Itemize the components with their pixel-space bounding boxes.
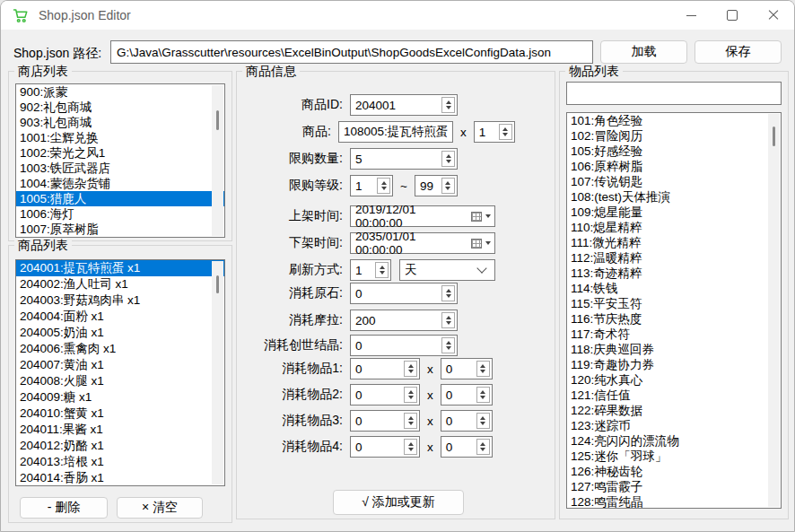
spinner-up-icon[interactable] [446, 289, 451, 292]
spinner-buttons[interactable] [441, 151, 455, 167]
list-item[interactable]: 102:冒险阅历 [567, 128, 781, 144]
spinner-buttons[interactable] [499, 124, 512, 140]
spinner-up-icon[interactable] [446, 316, 451, 319]
list-item[interactable]: 1004:蒙德杂货铺 [16, 176, 224, 191]
list-item[interactable]: 204011:果酱 x1 [16, 422, 224, 438]
spinner-down-icon[interactable] [446, 160, 451, 163]
shop-listbox[interactable]: 900:派蒙902:礼包商城903:礼包商城1001:尘辉兑换1002:荣光之风… [15, 83, 225, 238]
list-item[interactable]: 110:熄星精粹 [567, 220, 781, 235]
spinner-down-icon[interactable] [446, 294, 451, 298]
spinner-buttons[interactable] [404, 387, 417, 403]
list-item[interactable]: 1001:尘辉兑换 [16, 130, 224, 145]
item-listbox[interactable]: 101:角色经验102:冒险阅历105:好感经验106:原粹树脂107:传说钥匙… [566, 112, 782, 509]
minimize-button[interactable] [670, 1, 712, 30]
scrollbar[interactable] [212, 261, 223, 484]
cost-item1-id-spinner[interactable]: 0 [350, 358, 420, 379]
list-item[interactable]: 1003:铁匠武器店 [16, 161, 224, 176]
list-item[interactable]: 204010:蟹黄 x1 [16, 406, 224, 422]
spinner-down-icon[interactable] [408, 422, 414, 425]
spinner-down-icon[interactable] [480, 370, 485, 373]
close-button[interactable] [753, 1, 794, 30]
list-item[interactable]: 204003:野菇鸡肉串 x1 [16, 292, 224, 309]
list-item[interactable]: 105:好感经验 [567, 144, 781, 159]
spinner-buttons[interactable] [441, 312, 455, 328]
spinner-up-icon[interactable] [408, 390, 414, 394]
spinner-down-icon[interactable] [480, 396, 485, 399]
spinner-up-icon[interactable] [502, 127, 508, 131]
list-item[interactable]: 108:(test)天体推演 [567, 189, 781, 205]
spinner-buttons[interactable] [441, 97, 455, 113]
scrollbar-thumb[interactable] [216, 110, 219, 130]
path-input[interactable] [110, 40, 593, 64]
spinner-buttons[interactable] [375, 262, 389, 278]
list-item[interactable]: 106:原粹树脂 [567, 159, 781, 174]
list-item[interactable]: 1007:原萃树脂 [16, 222, 224, 237]
list-item[interactable]: 204009:糖 x1 [16, 389, 224, 406]
list-item[interactable]: 128:鸣雷纯晶 [567, 494, 781, 509]
spinner-up-icon[interactable] [480, 442, 485, 446]
spinner-buttons[interactable] [404, 361, 417, 377]
spinner-buttons[interactable] [441, 285, 455, 301]
add-or-update-button[interactable]: √ 添加或更新 [333, 490, 464, 515]
spinner-buttons[interactable] [476, 387, 490, 403]
spinner-up-icon[interactable] [445, 181, 450, 185]
spinner-up-icon[interactable] [408, 442, 414, 446]
spinner-down-icon[interactable] [446, 106, 451, 109]
level-max-spinner[interactable]: 99 [415, 175, 458, 196]
spinner-down-icon[interactable] [446, 321, 451, 325]
level-min-spinner[interactable]: 1 [350, 175, 393, 196]
buy-limit-spinner[interactable]: 5 [350, 148, 458, 170]
delete-button[interactable]: - 删除 [20, 497, 108, 519]
refresh-unit-select[interactable]: 天 [399, 259, 495, 281]
list-item[interactable]: 1002:荣光之风1 [16, 145, 224, 161]
cost-item3-count-spinner[interactable]: 0 [441, 410, 493, 432]
spinner-up-icon[interactable] [380, 266, 385, 269]
spinner-down-icon[interactable] [445, 187, 450, 190]
list-item[interactable]: 120:纯水真心 [567, 372, 781, 388]
list-item[interactable]: 101:角色经验 [567, 113, 781, 128]
spinner-up-icon[interactable] [408, 364, 414, 368]
spinner-up-icon[interactable] [408, 416, 414, 420]
end-time-picker[interactable]: 2035/01/01 00:00:00 [350, 232, 495, 254]
spinner-up-icon[interactable] [480, 390, 485, 394]
list-item[interactable]: 109:熄星能量 [567, 205, 781, 220]
spinner-down-icon[interactable] [480, 422, 485, 425]
spinner-buttons[interactable] [476, 439, 490, 455]
spinner-buttons[interactable] [404, 439, 417, 455]
refresh-value-spinner[interactable]: 1 [350, 259, 391, 281]
spinner-down-icon[interactable] [380, 271, 385, 275]
list-item[interactable]: 204001:提瓦特煎蛋 x1 [16, 260, 224, 276]
cost-primogem-spinner[interactable]: 0 [350, 283, 458, 304]
spinner-down-icon[interactable] [502, 133, 508, 136]
list-item[interactable]: 118:庆典巡回券 [567, 342, 781, 357]
list-item[interactable]: 204004:面粉 x1 [16, 309, 224, 325]
spinner-buttons[interactable] [476, 413, 490, 429]
cost-crystal-spinner[interactable]: 0 [350, 335, 458, 356]
scrollbar-thumb[interactable] [773, 126, 775, 146]
goods-id-spinner[interactable]: 204001 [350, 94, 458, 116]
list-item[interactable]: 204008:火腿 x1 [16, 373, 224, 389]
cost-item3-id-spinner[interactable]: 0 [350, 410, 420, 432]
spinner-buttons[interactable] [404, 413, 417, 429]
list-item[interactable]: 204007:黄油 x1 [16, 357, 224, 373]
spinner-up-icon[interactable] [446, 154, 451, 158]
clear-button[interactable]: × 清空 [117, 497, 203, 519]
cost-item2-id-spinner[interactable]: 0 [350, 384, 420, 406]
spinner-up-icon[interactable] [480, 364, 485, 368]
cost-item4-count-spinner[interactable]: 0 [441, 436, 493, 458]
list-item[interactable]: 126:神秘齿轮 [567, 464, 781, 479]
spinner-down-icon[interactable] [480, 448, 485, 451]
spinner-buttons[interactable] [476, 361, 490, 377]
spinner-buttons[interactable] [441, 178, 455, 194]
goods-listbox[interactable]: 204001:提瓦特煎蛋 x1204002:渔人吐司 x1204003:野菇鸡肉… [15, 259, 225, 486]
goods-input[interactable]: 108005:提瓦特煎蛋 [338, 121, 453, 143]
list-item[interactable]: 902:礼包商城 [16, 100, 224, 115]
list-item[interactable]: 113:奇迹精粹 [567, 266, 781, 281]
list-item[interactable]: 204014:香肠 x1 [16, 470, 224, 486]
spinner-buttons[interactable] [441, 337, 455, 353]
list-item[interactable]: 115:平安玉符 [567, 296, 781, 311]
scrollbar-thumb[interactable] [216, 275, 219, 293]
list-item[interactable]: 204012:奶酪 x1 [16, 438, 224, 454]
load-button[interactable]: 加载 [600, 40, 687, 64]
list-item[interactable]: 117:奇术符 [567, 327, 781, 342]
